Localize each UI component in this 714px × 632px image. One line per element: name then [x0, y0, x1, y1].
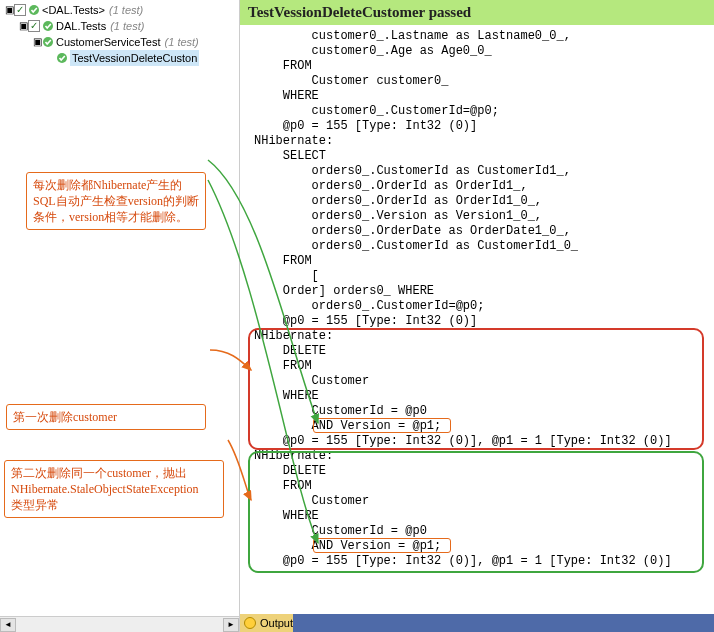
result-panel: TestVessionDeleteCustomer passed custome… — [240, 0, 714, 632]
node-name: CustomerServiceTest — [56, 36, 161, 48]
test-tree: ▣ <DAL.Tests>(1 test) ▣ DAL.Tests(1 test… — [0, 0, 239, 66]
annotation-3: 第二次删除同一个customer，抛出 NHibernate.StaleObje… — [4, 460, 224, 518]
output-tab-bar: Output — [240, 614, 714, 632]
sql-output: customer0_.Lastname as Lastname0_0_, cus… — [240, 25, 714, 614]
tree-class[interactable]: ▣ CustomerServiceTest(1 test) — [4, 34, 239, 50]
collapse-icon[interactable]: ▣ — [18, 18, 28, 34]
annotation-2: 第一次删除customer — [6, 404, 206, 430]
node-name: DAL.Tests — [56, 20, 106, 32]
tree-root[interactable]: ▣ <DAL.Tests>(1 test) — [4, 2, 239, 18]
scroll-right-button[interactable]: ► — [223, 618, 239, 632]
horizontal-scrollbar[interactable]: ◄ ► — [0, 616, 239, 632]
pass-icon — [42, 36, 54, 48]
test-explorer-panel: ▣ <DAL.Tests>(1 test) ▣ DAL.Tests(1 test… — [0, 0, 240, 632]
node-name: <DAL.Tests> — [42, 4, 105, 16]
output-tab-filler — [293, 614, 714, 632]
output-tab-icon — [244, 617, 256, 629]
tree-namespace[interactable]: ▣ DAL.Tests(1 test) — [4, 18, 239, 34]
node-name: TestVessionDeleteCuston — [72, 52, 197, 64]
left-spacer: 每次删除都Nhibernate产生的SQL自动产生检查version的判断条件，… — [0, 66, 239, 616]
scroll-left-button[interactable]: ◄ — [0, 618, 16, 632]
result-header: TestVessionDeleteCustomer passed — [240, 0, 714, 25]
output-tab-label[interactable]: Output — [260, 617, 293, 629]
node-count: (1 test) — [165, 36, 199, 48]
collapse-icon[interactable]: ▣ — [4, 2, 14, 18]
node-count: (1 test) — [109, 4, 143, 16]
pass-icon — [56, 52, 68, 64]
collapse-icon[interactable]: ▣ — [32, 34, 42, 50]
pass-icon — [42, 20, 54, 32]
node-count: (1 test) — [110, 20, 144, 32]
pass-icon — [28, 4, 40, 16]
tree-test-selected[interactable]: TestVessionDeleteCuston — [4, 50, 239, 66]
annotation-1: 每次删除都Nhibernate产生的SQL自动产生检查version的判断条件，… — [26, 172, 206, 230]
checkbox[interactable] — [28, 20, 40, 32]
checkbox[interactable] — [14, 4, 26, 16]
scroll-track[interactable] — [16, 618, 223, 632]
